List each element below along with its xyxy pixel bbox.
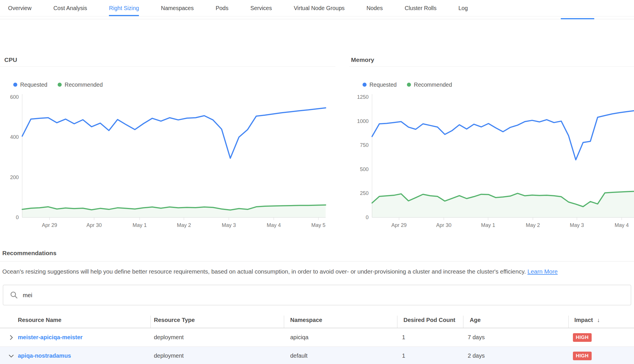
pod-count-cell: 1 [402,334,405,340]
recommendations-description: Ocean's resizing suggestions will help y… [2,268,631,275]
tab-overview[interactable]: Overview [8,0,31,16]
svg-text:Apr 29: Apr 29 [391,222,407,228]
resource-name-link[interactable]: meister-apiciqa-meister [18,334,83,340]
svg-text:600: 600 [10,94,19,100]
table-row: apiqa-nostradamus deployment default 1 2… [0,347,634,364]
header-impact[interactable]: Impact↓ [568,317,634,323]
header-resource-type[interactable]: Resource Type [150,317,284,323]
chevron-down-icon[interactable] [8,353,14,359]
legend-requested[interactable]: Requested [13,81,47,88]
impact-badge: HIGH [573,352,592,360]
tab-nodes[interactable]: Nodes [367,0,383,16]
table-row: meister-apiciqa-meister deployment apici… [0,328,634,347]
svg-text:500: 500 [360,166,369,172]
namespace-cell: apiciqa [290,334,308,340]
learn-more-link[interactable]: Learn More [527,268,558,275]
chevron-right-icon[interactable] [8,334,14,341]
memory-chart-title: Memory [349,56,634,67]
recommendations-description-text: Ocean's resizing suggestions will help y… [2,268,526,275]
svg-text:0: 0 [16,215,19,220]
cpu-chart-title: CPU [0,56,335,67]
resource-name-link[interactable]: apiqa-nostradamus [18,352,71,359]
recommendations-title: Recommendations [2,250,56,257]
legend-recommended-label: Recommended [414,81,452,88]
top-tab-bar: Overview Cost Analysis Right Sizing Name… [0,0,634,16]
recommendations-table: Resource Name Resource Type Namespace De… [0,312,634,364]
svg-text:400: 400 [10,134,19,140]
svg-text:1250: 1250 [357,94,369,100]
svg-text:May 4: May 4 [615,222,629,228]
memory-chart-legend: Requested Recommended [363,81,634,88]
svg-text:May 2: May 2 [526,222,540,228]
svg-text:May 3: May 3 [570,222,584,228]
svg-text:May 1: May 1 [481,222,495,228]
legend-requested[interactable]: Requested [363,81,397,88]
row-expand-cell [0,334,18,341]
svg-text:0: 0 [366,215,369,220]
header-age[interactable]: Age [463,317,568,323]
header-desired-pod-count[interactable]: Desired Pod Count [397,317,463,323]
age-cell: 7 days [468,334,485,340]
table-header-row: Resource Name Resource Type Namespace De… [0,312,634,328]
memory-chart-section: Memory Requested Recommended 02505007501… [349,56,634,229]
age-cell: 2 days [468,352,485,359]
right-sizing-page: Overview Cost Analysis Right Sizing Name… [0,0,634,364]
svg-text:May 5: May 5 [311,222,325,228]
header-resource-name[interactable]: Resource Name [18,317,150,323]
tab-right-sizing[interactable]: Right Sizing [109,0,139,16]
svg-text:200: 200 [10,175,19,180]
svg-text:750: 750 [360,142,369,148]
svg-text:Apr 29: Apr 29 [42,222,57,228]
legend-requested-label: Requested [369,81,397,88]
search-icon [10,291,18,299]
svg-text:Apr 30: Apr 30 [86,222,102,228]
legend-requested-label: Requested [20,81,47,88]
cpu-chart-section: CPU Requested Recommended 0200400600Apr … [0,56,335,229]
namespace-cell: default [290,352,307,359]
recommendations-header: Recommendations [0,244,634,261]
requested-dot-icon [363,83,367,87]
recommended-dot-icon [58,83,62,87]
resource-type-cell: deployment [154,334,184,340]
tab-namespaces[interactable]: Namespaces [161,0,194,16]
memory-line-chart: 025050075010001250Apr 29Apr 30May 1May 2… [349,93,634,229]
sort-desc-icon[interactable]: ↓ [597,317,600,323]
svg-text:250: 250 [360,190,369,196]
svg-text:May 4: May 4 [267,222,281,228]
tab-pods[interactable]: Pods [216,0,228,16]
pod-count-cell: 1 [402,352,405,359]
cpu-line-chart: 0200400600Apr 29Apr 30May 1May 2May 3May… [3,93,334,229]
row-expand-cell [0,353,18,359]
svg-text:May 3: May 3 [222,222,236,228]
svg-text:1000: 1000 [357,118,369,124]
resource-search-box [3,285,631,305]
search-input[interactable] [23,292,631,299]
tab-services[interactable]: Services [250,0,272,16]
resource-type-cell: deployment [154,352,184,359]
svg-text:May 1: May 1 [133,222,147,228]
tab-log[interactable]: Log [458,0,468,16]
tab-cluster-rolls[interactable]: Cluster Rolls [405,0,437,16]
cpu-chart-legend: Requested Recommended [13,81,335,88]
tab-cost-analysis[interactable]: Cost Analysis [53,0,87,16]
svg-text:May 2: May 2 [177,222,191,228]
header-namespace[interactable]: Namespace [284,317,397,323]
tab-virtual-node-groups[interactable]: Virtual Node Groups [294,0,344,16]
requested-dot-icon [13,83,17,87]
impact-badge: HIGH [573,333,592,342]
legend-recommended-label: Recommended [65,81,103,88]
legend-recommended[interactable]: Recommended [58,81,103,88]
svg-text:Apr 30: Apr 30 [436,222,452,228]
legend-recommended[interactable]: Recommended [407,81,452,88]
recommended-dot-icon [407,83,411,87]
